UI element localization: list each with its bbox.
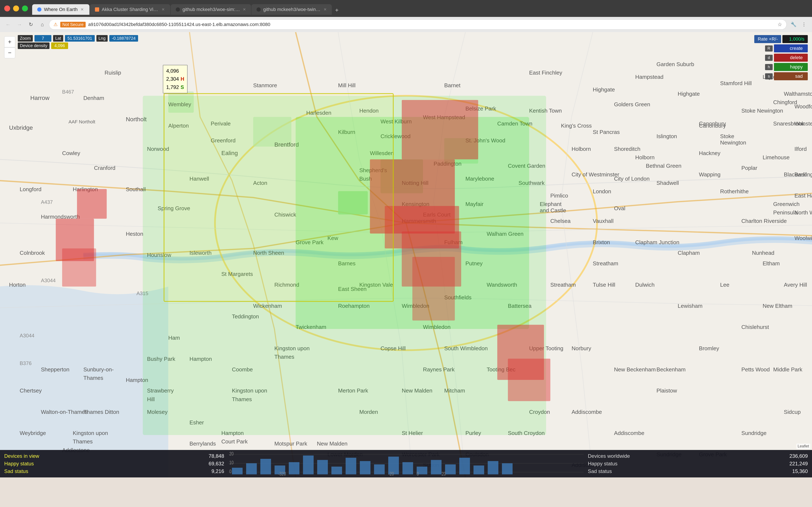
maximize-button[interactable] (22, 5, 28, 11)
svg-text:Canonbury: Canonbury (699, 120, 726, 127)
svg-text:Dulwich: Dulwich (635, 282, 654, 288)
svg-text:Sundridge: Sundridge (742, 430, 767, 436)
svg-text:A437: A437 (41, 199, 53, 205)
svg-text:B467: B467 (62, 89, 74, 95)
svg-text:Shoreditch: Shoreditch (614, 146, 641, 152)
svg-text:Thames: Thames (73, 438, 93, 445)
svg-text:Plaistow: Plaistow (656, 387, 677, 394)
svg-text:Chelsea: Chelsea (550, 218, 571, 224)
tab-close-3[interactable]: ✕ (243, 7, 246, 12)
minimize-button[interactable] (13, 5, 19, 11)
tab-favicon-4 (256, 7, 261, 12)
tab-github-sim[interactable]: github mckeeh3/woe-sim: Where On... ✕ (171, 4, 251, 15)
extensions-button[interactable]: 🔧 (789, 20, 798, 29)
tabs-bar: Where On Earth ✕ Akka Cluster Sharding V… (32, 2, 808, 15)
svg-text:Chingford: Chingford (773, 99, 797, 105)
tab-favicon-3 (176, 7, 180, 12)
svg-text:Uxbridge: Uxbridge (9, 124, 33, 131)
svg-text:Norbury: Norbury (571, 345, 591, 351)
create-button[interactable]: create (774, 44, 808, 52)
tab-title-3: github mckeeh3/woe-sim: Where On... (183, 7, 240, 12)
browser-chrome: Where On Earth ✕ Akka Cluster Sharding V… (0, 0, 812, 32)
tab-favicon-1 (37, 7, 42, 12)
tab-close-4[interactable]: ✕ (323, 7, 327, 12)
tab-close-2[interactable]: ✕ (161, 7, 165, 12)
tab-akka[interactable]: Akka Cluster Sharding Viewer ✕ (90, 4, 170, 15)
svg-text:Sidcup: Sidcup (784, 409, 801, 415)
svg-rect-218 (508, 359, 550, 401)
svg-text:Beckenham: Beckenham (656, 366, 686, 373)
new-tab-button[interactable]: + (332, 5, 342, 15)
svg-text:Poplar: Poplar (742, 165, 757, 171)
svg-rect-216 (412, 257, 455, 321)
svg-rect-220 (164, 94, 393, 301)
sad-button[interactable]: sad (774, 72, 808, 80)
svg-text:Middle Park: Middle Park (773, 366, 803, 373)
svg-text:Barking: Barking (795, 171, 812, 178)
zoom-out-button[interactable]: − (4, 47, 15, 58)
svg-text:Weybridge: Weybridge (20, 430, 46, 436)
svg-text:London: London (593, 188, 611, 194)
svg-text:Highgate: Highgate (678, 91, 700, 97)
home-button[interactable]: ⌂ (38, 20, 47, 29)
svg-text:Hampstead: Hampstead (635, 74, 663, 80)
svg-rect-212 (402, 100, 478, 159)
svg-text:Longford: Longford (20, 186, 42, 192)
svg-rect-219 (77, 189, 107, 219)
svg-text:Court Park: Court Park (221, 438, 248, 445)
svg-text:Kingston upon: Kingston upon (73, 430, 108, 436)
svg-text:Sutton: Sutton (423, 462, 439, 468)
svg-text:Hackney: Hackney (699, 150, 720, 156)
svg-text:Denham: Denham (83, 95, 104, 101)
nav-bar: ← → ↻ ⌂ ⚠ Not Secure a91076d00ad1f4342be… (0, 17, 812, 32)
traffic-lights (4, 5, 28, 11)
svg-text:Rotherhithe: Rotherhithe (720, 188, 749, 194)
zoom-in-button[interactable]: + (4, 36, 15, 47)
tab-title-4: github mckeeh3/woe-twin: Where O... (263, 7, 321, 12)
tab-close-1[interactable]: ✕ (80, 7, 84, 12)
svg-text:Chertsey: Chertsey (20, 387, 42, 394)
delete-button[interactable]: delete (774, 54, 808, 62)
svg-text:Oval: Oval (614, 205, 625, 212)
svg-text:Coulsdon: Coulsdon (465, 451, 489, 458)
svg-text:King's Cross: King's Cross (561, 122, 592, 129)
address-bar[interactable]: ⚠ Not Secure a91076d00ad1f4342befdaf380d… (49, 19, 786, 30)
svg-text:Grove Park: Grove Park (699, 451, 727, 458)
bookmark-icon[interactable]: ☆ (777, 21, 782, 27)
refresh-button[interactable]: ↻ (26, 20, 36, 29)
zoom-controls: + − (4, 36, 15, 58)
svg-text:Worcester Park: Worcester Park (402, 451, 440, 458)
svg-text:Stoke Newington: Stoke Newington (742, 108, 783, 114)
svg-text:Harrow: Harrow (30, 95, 49, 101)
svg-text:Islington: Islington (656, 133, 677, 139)
tab-title-1: Where On Earth (44, 7, 78, 12)
tab-github-twin[interactable]: github mckeeh3/woe-twin: Where O... ✕ (251, 4, 332, 15)
close-button[interactable] (4, 5, 10, 11)
forward-button[interactable]: → (15, 20, 24, 29)
svg-text:New Beckenham: New Beckenham (614, 366, 656, 373)
settings-button[interactable]: ⋮ (799, 20, 809, 29)
svg-text:Stamford Hill: Stamford Hill (720, 80, 752, 87)
map-background: Uxbridge Harrow Ruislip Cowley Northolt … (0, 32, 812, 477)
svg-text:Addiscombe: Addiscombe (571, 462, 602, 468)
svg-text:A3044: A3044 (41, 278, 56, 283)
tab-where-on-earth[interactable]: Where On Earth ✕ (32, 4, 90, 15)
svg-text:A3044: A3044 (20, 333, 35, 338)
map-container[interactable]: Uxbridge Harrow Ruislip Cowley Northolt … (0, 32, 812, 477)
svg-text:Peninsula: Peninsula (773, 209, 798, 216)
back-button[interactable]: ← (3, 20, 13, 29)
svg-text:Colnbrook: Colnbrook (20, 250, 45, 256)
svg-text:City of Westminster: City of Westminster (571, 171, 619, 178)
svg-text:Tulse Hill: Tulse Hill (593, 282, 615, 288)
svg-text:Highgate: Highgate (593, 87, 615, 93)
security-label: Not Secure (60, 22, 86, 27)
svg-text:Horton: Horton (9, 282, 26, 288)
svg-text:Stanmore: Stanmore (253, 82, 277, 89)
happy-button[interactable]: happy (774, 63, 808, 71)
svg-text:Bromley: Bromley (699, 345, 719, 351)
svg-text:Lower Morden: Lower Morden (327, 451, 363, 458)
svg-text:Woolwich: Woolwich (795, 235, 812, 241)
svg-text:Ruislip: Ruislip (105, 69, 121, 76)
svg-text:Shadwell: Shadwell (656, 180, 679, 186)
svg-text:Eltham: Eltham (763, 260, 780, 267)
